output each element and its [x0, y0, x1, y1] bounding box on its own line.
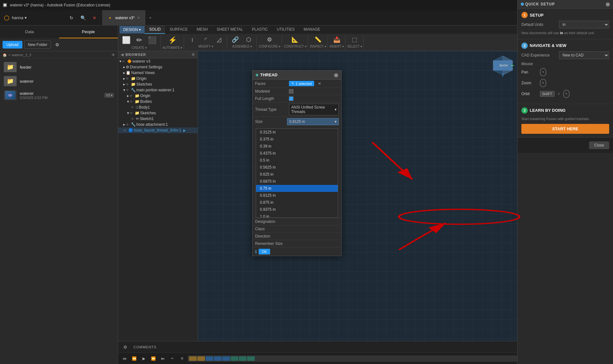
timeline-item[interactable] — [197, 356, 205, 361]
size-option[interactable]: 0.9375 in — [256, 206, 338, 213]
size-option[interactable]: 0.5 in — [256, 157, 338, 164]
timeline-item[interactable] — [239, 356, 246, 361]
timeline-item[interactable] — [189, 356, 197, 361]
size-option[interactable]: 0.5625 in — [256, 164, 338, 171]
timeline-item[interactable] — [222, 356, 230, 361]
config-button[interactable]: ⚙ — [263, 35, 276, 44]
press-pull-button[interactable]: ↕ — [186, 35, 199, 44]
thread-type-dropdown[interactable]: ANSI Unified Screw Threads ▾ — [289, 104, 339, 115]
size-option[interactable]: 1.0 in — [256, 213, 338, 218]
tree-item-main-portion[interactable]: ▾ 👁 🔧 main portion waterer:1 — [118, 87, 198, 93]
construct-button[interactable]: 📐 — [289, 35, 301, 44]
timeline-next-button[interactable]: ⏩ — [149, 355, 157, 362]
tree-item-sketch1[interactable]: 👁 ✏ Sketch1 — [118, 116, 198, 122]
chamfer-button[interactable]: ◿ — [213, 35, 225, 44]
qs-units-select[interactable]: in mm — [559, 21, 609, 28]
modeled-checkbox[interactable] — [289, 89, 293, 94]
size-option[interactable]: 0.4375 in — [256, 150, 338, 157]
tree-item-sketches2[interactable]: ▾ 👁 📁 Sketches — [118, 110, 198, 116]
tree-item-origin[interactable]: ▸ 👁 📁 Origin — [118, 76, 198, 81]
tree-item-named-views[interactable]: ▸ 📋 Named Views — [118, 70, 198, 76]
size-option[interactable]: 0.375 in — [256, 136, 338, 143]
close-tab-button[interactable]: ✕ — [89, 13, 100, 23]
ok-button[interactable]: OK — [259, 249, 270, 254]
automate-button[interactable]: ⚡ — [166, 35, 179, 45]
size-option[interactable]: 0.625 in — [256, 171, 338, 178]
vis-icon-origin2[interactable]: 👁 — [130, 94, 134, 98]
fillet-button[interactable]: ◜ — [199, 35, 212, 44]
tab-utilities[interactable]: UTILITIES — [272, 26, 299, 34]
qs-cad-select[interactable]: New to CAD Experienced — [559, 51, 609, 59]
timeline-item[interactable] — [206, 356, 213, 361]
tab-close-icon[interactable]: ✕ — [137, 16, 140, 19]
tree-item-hose-thread[interactable]: 👁 🔵 hose_faucet_thread_3/4in:1 ▶ — [118, 127, 198, 133]
extrude-button[interactable]: ⬛ — [145, 35, 159, 45]
vis-icon-body1[interactable]: 👁 — [131, 106, 135, 109]
vis-icon-main[interactable]: 👁 — [126, 88, 130, 92]
close-button[interactable]: Close — [589, 141, 609, 149]
new-component-button[interactable]: ⬜ — [119, 35, 133, 45]
tab-people[interactable]: People — [59, 26, 118, 38]
timeline-item[interactable] — [214, 356, 222, 361]
tab-data[interactable]: Data — [0, 26, 59, 38]
vis-icon-thread[interactable]: 👁 — [123, 129, 128, 132]
rigid-group-button[interactable]: ⬡ — [242, 35, 255, 44]
timeline-play-button[interactable]: ▶ — [140, 355, 148, 362]
panel-settings-icon[interactable]: ⚙ — [53, 40, 62, 49]
home-link[interactable]: 🏠 — [3, 53, 7, 57]
search-button[interactable]: 🔍 — [78, 13, 88, 23]
tree-item-hose-attach[interactable]: ▸ 👁 🔧 hose attachment:1 — [118, 122, 198, 127]
clear-selection-icon[interactable]: ✕ — [318, 81, 321, 86]
dialog-collapse-icon[interactable]: ⬤ — [334, 73, 338, 77]
tab-sheet-metal[interactable]: SHEET METAL — [212, 26, 247, 34]
vis-icon-sk2[interactable]: 👁 — [130, 111, 134, 115]
size-option-selected[interactable]: 0.75 in — [256, 185, 338, 192]
full-length-checkbox[interactable]: ✓ — [289, 96, 293, 101]
browser-settings-icon[interactable]: ⚙ — [192, 52, 195, 57]
size-option[interactable]: 0.3125 in — [256, 129, 338, 136]
vis-icon-hose[interactable]: 👁 — [126, 123, 130, 126]
tree-item-doc-settings[interactable]: ▸ ⚙ Document Settings — [118, 64, 198, 70]
breadcrumb-folder[interactable]: waterer_2_3 — [11, 53, 31, 57]
new-folder-button[interactable]: New Folder — [24, 41, 51, 49]
size-option[interactable]: 0.875 in — [256, 199, 338, 206]
size-option[interactable]: 0.8125 in — [256, 192, 338, 199]
tab-plastic[interactable]: PLASTIC — [247, 26, 272, 34]
design-dropdown[interactable]: DESIGN ▾ — [119, 26, 145, 34]
tab-waterer[interactable]: 🔸 waterer v3* ✕ — [102, 10, 145, 26]
refresh-button[interactable]: ↻ — [66, 13, 77, 23]
tree-item-origin2[interactable]: ▸ 👁 📁 Origin — [118, 93, 198, 99]
list-item[interactable]: 📁 waterer — [0, 74, 118, 88]
comments-settings-icon[interactable]: ⚙ — [121, 343, 130, 352]
timeline-start-button[interactable]: ⏮ — [121, 355, 128, 362]
timeline-end-button[interactable]: ⏭ — [159, 355, 167, 362]
tree-item-bodies[interactable]: ▾ 👁 📁 Bodies — [118, 99, 198, 104]
tab-surface[interactable]: SURFACE — [165, 26, 192, 34]
create-sketch-button[interactable]: ✏ — [134, 35, 145, 45]
measure-button[interactable]: 📏 — [312, 35, 324, 44]
tab-solid[interactable]: SOLID — [145, 26, 165, 34]
vis-icon-sk1[interactable]: 👁 — [131, 117, 135, 121]
upload-button[interactable]: Upload — [3, 41, 22, 49]
timeline-prev-button[interactable]: ⏪ — [130, 355, 138, 362]
tree-item-body1[interactable]: 👁 □ Body1 — [118, 104, 198, 110]
list-item[interactable]: 📁 feeder — [0, 60, 118, 74]
size-option[interactable]: 0.6875 in — [256, 178, 338, 185]
user-menu[interactable]: hanna ▾ — [12, 15, 27, 20]
timeline-item[interactable] — [247, 356, 255, 361]
vis-icon-bodies[interactable]: 👁 — [130, 100, 134, 103]
add-tab-button[interactable]: ＋ — [145, 10, 155, 26]
tree-item-sketches[interactable]: ▸ 👁 📁 Sketches — [118, 81, 198, 87]
tree-item-root[interactable]: ▾ 👁 🔶 waterer v3 — [118, 58, 198, 64]
vis-icon[interactable]: 👁 — [122, 60, 126, 63]
timeline-item[interactable] — [231, 356, 238, 361]
size-option[interactable]: 0.39 in — [256, 143, 338, 150]
list-item[interactable]: ⬬ waterer 2/3/2025 3:52 PM V3 ▾ — [0, 88, 118, 102]
tab-manage[interactable]: MANAGE — [299, 26, 325, 34]
browser-collapse-icon[interactable]: ◀ — [121, 52, 124, 57]
size-dropdown[interactable]: 0.8125 in ▾ — [287, 118, 339, 125]
tab-mesh[interactable]: MESH — [192, 26, 212, 34]
vis-icon-origin[interactable]: 👁 — [126, 77, 130, 80]
vis-icon-sketches[interactable]: 👁 — [126, 83, 130, 86]
select-filter-button[interactable]: ⬚ — [348, 35, 361, 44]
